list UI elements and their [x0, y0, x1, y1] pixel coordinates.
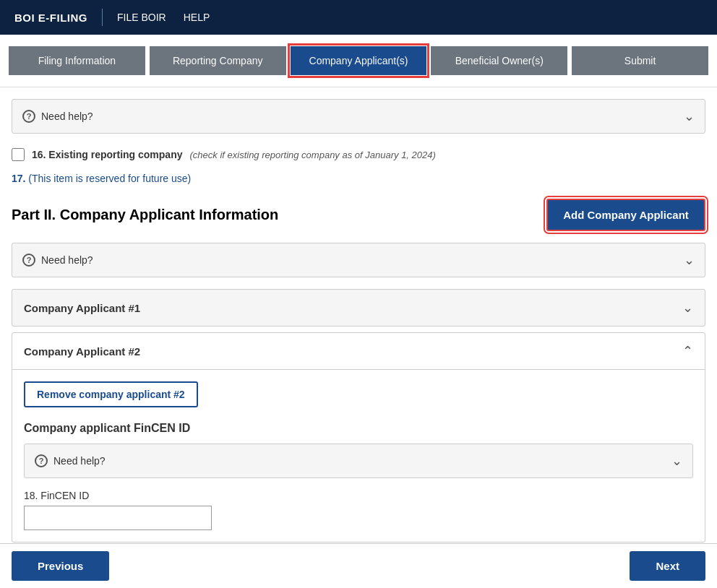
tab-submit[interactable]: Submit: [572, 46, 708, 75]
part2-header-row: Part II. Company Applicant Information A…: [12, 199, 705, 231]
navbar-link-help[interactable]: HELP: [184, 12, 210, 23]
navbar: BOI E-FILING FILE BOIR HELP: [0, 0, 717, 35]
inner-help-label: Need help?: [53, 455, 106, 467]
add-company-applicant-button[interactable]: Add Company Applicant: [546, 199, 705, 231]
tab-company-applicants[interactable]: Company Applicant(s): [291, 46, 427, 75]
field18-label: 18. FinCEN ID: [24, 490, 693, 501]
item17-row: 17. (This item is reserved for future us…: [12, 173, 705, 184]
fincen-id-input[interactable]: [24, 506, 212, 530]
inner-help-header-left: ? Need help?: [35, 454, 106, 467]
help-section-2: ? Need help? ⌄: [12, 243, 705, 277]
tabs-container: Filing Information Reporting Company Com…: [0, 35, 717, 87]
question-icon-1: ?: [22, 110, 35, 123]
applicant1-title: Company Applicant #1: [24, 302, 140, 314]
applicant2-title: Company Applicant #2: [24, 345, 140, 358]
help-header-1[interactable]: ? Need help? ⌄: [12, 100, 705, 133]
item16-checkbox[interactable]: [12, 148, 25, 161]
item16-label: 16. Existing reporting company: [32, 149, 183, 160]
chevron-down-icon-inner: ⌄: [671, 453, 682, 469]
navbar-brand: BOI E-FILING: [14, 12, 87, 24]
question-icon-inner: ?: [35, 454, 48, 467]
help-label-1: Need help?: [41, 111, 93, 122]
fincen-section-title: Company applicant FinCEN ID: [24, 422, 693, 435]
tab-reporting-company[interactable]: Reporting Company: [150, 46, 286, 75]
item16-sublabel: (check if existing reporting company as …: [190, 150, 436, 160]
tab-beneficial-owners[interactable]: Beneficial Owner(s): [431, 46, 567, 75]
inner-help-header[interactable]: ? Need help? ⌄: [25, 444, 692, 477]
help-header-left-2: ? Need help?: [22, 254, 93, 267]
applicant2-content: Remove company applicant #2 Company appl…: [12, 369, 705, 542]
help-header-2[interactable]: ? Need help? ⌄: [12, 243, 705, 277]
part2-title: Part II. Company Applicant Information: [12, 207, 278, 223]
applicant1-header[interactable]: Company Applicant #1 ⌄: [12, 290, 705, 326]
chevron-down-icon-2: ⌄: [684, 252, 695, 268]
remove-applicant2-button[interactable]: Remove company applicant #2: [24, 381, 198, 407]
navbar-divider: [102, 9, 103, 26]
item16-row: 16. Existing reporting company (check if…: [12, 145, 705, 164]
chevron-down-icon-1: ⌄: [684, 108, 695, 124]
tab-filing-information[interactable]: Filing Information: [9, 46, 145, 75]
help-section-1: ? Need help? ⌄: [12, 99, 705, 134]
help-header-left-1: ? Need help?: [22, 110, 93, 123]
inner-help-section: ? Need help? ⌄: [24, 444, 693, 478]
applicant2-accordion: Company Applicant #2 ⌃ Remove company ap…: [12, 332, 705, 542]
chevron-down-icon-applicant1: ⌄: [682, 300, 693, 316]
question-icon-2: ?: [22, 254, 35, 267]
applicant2-header[interactable]: Company Applicant #2 ⌃: [12, 333, 705, 369]
help-label-2: Need help?: [41, 254, 93, 266]
bottom-nav: Previous Next: [0, 543, 717, 588]
chevron-up-icon-applicant2: ⌃: [682, 343, 693, 359]
navbar-link-file-boir[interactable]: FILE BOIR: [117, 12, 166, 23]
applicant1-accordion: Company Applicant #1 ⌄: [12, 289, 705, 327]
previous-button[interactable]: Previous: [12, 551, 109, 581]
next-button[interactable]: Next: [630, 551, 705, 581]
main-content: ? Need help? ⌄ 16. Existing reporting co…: [0, 87, 717, 588]
